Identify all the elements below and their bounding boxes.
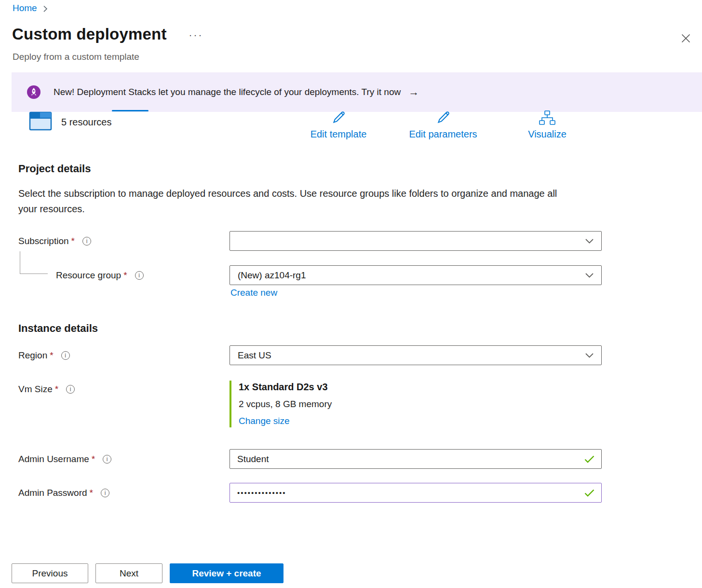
page-subtitle: Deploy from a custom template: [13, 52, 139, 62]
admin-password-label: Admin Password * i: [18, 483, 109, 503]
clipped-link-fragment: [112, 110, 148, 111]
create-new-link[interactable]: Create new: [230, 287, 277, 298]
admin-username-label: Admin Username * i: [18, 449, 111, 469]
subscription-dropdown[interactable]: [230, 231, 602, 251]
pencil-icon: [330, 110, 347, 127]
resource-group-value: (New) az104-rg1: [238, 270, 306, 281]
info-glyph: i: [107, 456, 108, 463]
required-asterisk: *: [123, 270, 127, 281]
vm-size-label-text: Vm Size: [18, 384, 53, 395]
banner-text: New! Deployment Stacks let you manage th…: [54, 87, 401, 97]
info-icon[interactable]: i: [135, 271, 144, 280]
more-options-icon[interactable]: ···: [189, 29, 203, 41]
info-icon[interactable]: i: [103, 455, 111, 464]
visualize-label: Visualize: [528, 129, 567, 140]
chevron-down-icon: [585, 353, 594, 358]
chevron-right-icon: [43, 5, 48, 13]
project-details-heading: Project details: [18, 163, 91, 175]
vm-size-label: Vm Size * i: [18, 379, 75, 399]
resource-count: 5 resources: [61, 117, 112, 128]
required-asterisk: *: [92, 454, 95, 465]
subscription-label: Subscription * i: [18, 231, 91, 251]
required-asterisk: *: [71, 236, 75, 246]
visualize-icon: [539, 110, 556, 127]
vm-size-name: 1x Standard D2s v3: [239, 382, 332, 393]
info-glyph: i: [86, 238, 88, 245]
info-glyph: i: [70, 386, 71, 393]
info-icon[interactable]: i: [61, 351, 70, 360]
close-button[interactable]: [678, 31, 693, 47]
info-icon[interactable]: i: [82, 237, 91, 246]
page-title: Custom deployment: [12, 25, 167, 43]
edit-parameters-action[interactable]: Edit parameters: [395, 110, 491, 140]
admin-username-label-text: Admin Username: [18, 454, 89, 465]
info-glyph: i: [65, 352, 66, 359]
required-asterisk: *: [90, 488, 93, 498]
region-label-text: Region: [18, 350, 47, 361]
custom-deployment-page: Home Custom deployment ··· Deploy from a…: [0, 0, 702, 588]
label-connector-line: [20, 251, 48, 274]
review-create-button[interactable]: Review + create: [170, 563, 284, 583]
page-header: Custom deployment ···: [12, 25, 203, 43]
template-icon: [29, 111, 52, 133]
previous-button[interactable]: Previous: [12, 563, 88, 583]
admin-password-field: [230, 483, 602, 503]
required-asterisk: *: [55, 384, 58, 395]
region-value: East US: [238, 350, 271, 361]
resource-group-label-text: Resource group: [56, 270, 121, 281]
admin-username-input[interactable]: [230, 449, 602, 469]
admin-password-label-text: Admin Password: [18, 488, 87, 498]
valid-check-icon: [584, 489, 594, 497]
region-label: Region * i: [18, 345, 70, 365]
required-asterisk: *: [50, 350, 53, 361]
arrow-right-icon[interactable]: →: [408, 87, 419, 97]
admin-username-field: [230, 449, 602, 469]
change-size-link[interactable]: Change size: [239, 416, 290, 426]
resource-group-dropdown[interactable]: (New) az104-rg1: [230, 265, 602, 285]
info-icon[interactable]: i: [101, 489, 109, 497]
breadcrumb: Home: [13, 3, 48, 14]
info-icon[interactable]: i: [66, 385, 75, 394]
info-glyph: i: [138, 272, 140, 279]
visualize-action[interactable]: Visualize: [499, 110, 595, 140]
pencil-icon: [435, 110, 451, 127]
next-button[interactable]: Next: [95, 563, 162, 583]
info-glyph: i: [105, 490, 106, 496]
breadcrumb-home-link[interactable]: Home: [13, 3, 37, 14]
vm-size-summary: 1x Standard D2s v3 2 vcpus, 8 GB memory …: [230, 381, 332, 427]
rocket-icon: [27, 85, 41, 99]
valid-check-icon: [584, 455, 594, 463]
edit-template-action[interactable]: Edit template: [290, 110, 387, 140]
project-details-description: Select the subscription to manage deploy…: [18, 186, 573, 217]
instance-details-heading: Instance details: [18, 322, 98, 335]
edit-parameters-label: Edit parameters: [409, 129, 477, 140]
region-dropdown[interactable]: East US: [230, 345, 602, 365]
close-icon: [681, 37, 690, 44]
vm-size-specs: 2 vcpus, 8 GB memory: [239, 399, 332, 410]
resource-group-label: Resource group * i: [56, 265, 144, 285]
edit-template-label: Edit template: [310, 129, 367, 140]
deployment-stacks-banner[interactable]: New! Deployment Stacks let you manage th…: [12, 72, 702, 112]
subscription-label-text: Subscription: [18, 236, 69, 246]
admin-password-input[interactable]: [230, 483, 602, 503]
chevron-down-icon: [585, 239, 594, 244]
chevron-down-icon: [585, 273, 594, 278]
